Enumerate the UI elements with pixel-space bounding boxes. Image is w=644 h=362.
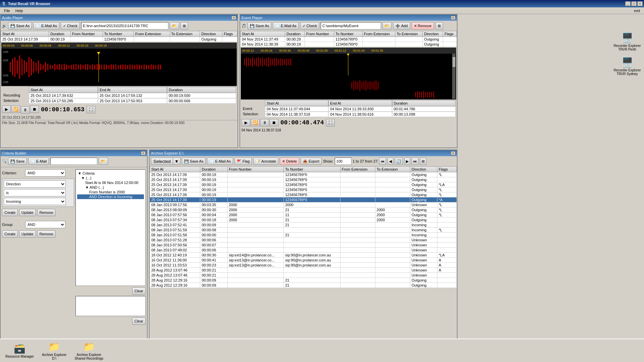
criteria-builder-close[interactable]: ×	[141, 151, 146, 155]
refresh-btn[interactable]: 🔄	[395, 158, 403, 165]
operator-dropdown[interactable]: is is not contains	[4, 189, 66, 196]
cb-save-btn[interactable]: 💾 Save	[8, 158, 27, 165]
ae-table-row[interactable]: 28 Aug 2012 12:29:1600:00:0921Outgoing	[150, 278, 457, 283]
group-dropdown[interactable]: AND OR	[25, 221, 65, 228]
ae-table-row[interactable]: 08 Jan 2013 07:51:2800:00:06Unknown	[150, 238, 457, 243]
ae-table-row[interactable]: 08 Jan 2013 07:57:3400:00:182000212000Ou…	[150, 218, 457, 223]
ae-table-row[interactable]: 08 Jan 2013 08:00:0900:00:302000212000Ou…	[150, 207, 457, 213]
minimize-btn[interactable]: _	[625, 1, 631, 6]
menu-file[interactable]: File	[1, 8, 13, 13]
next-page-btn[interactable]: ▶	[404, 158, 410, 165]
play-btn[interactable]: ▶	[2, 106, 11, 113]
maximize-btn[interactable]: □	[631, 1, 637, 6]
audio-waveform-canvas[interactable]: -3dB -6dB -6dB -3dB	[1, 49, 237, 85]
audio-layout-btn[interactable]: ⊞	[180, 22, 188, 29]
recorder-perth-item[interactable]: 🖥️ Recorder Explorer TRVR Perth	[612, 31, 642, 53]
ae-table-row[interactable]: 08 Jan 2013 07:50:5600:00:07Unknown	[150, 243, 457, 248]
ae-table-row[interactable]: 25 Oct 2013 14:17:3900:00:19123456789*0O…	[150, 172, 457, 177]
event-filepath-input[interactable]	[321, 22, 381, 29]
ae-table-row[interactable]: 25 Oct 2013 14:17:3900:00:19123456789*0O…	[150, 182, 457, 187]
audio-save-as-btn[interactable]: 💾 Save As	[8, 22, 32, 29]
cb-browse-btn[interactable]: 📂	[99, 158, 108, 165]
event-remove-btn[interactable]: ✕ Remove	[412, 22, 434, 29]
tree-condition1[interactable]: Start At is 06 Nov 2014 12:00:00	[77, 180, 144, 185]
audio-email-btn[interactable]: ✉️ E-Mail As	[33, 22, 59, 29]
ae-table-row[interactable]: 25 Oct 2013 14:17:3900:00:19123456789*0O…	[150, 192, 457, 197]
update-group-btn[interactable]: Update	[19, 230, 36, 238]
ae-table-row[interactable]: 16 Oct 2012 11:33:5300:00:23sip:ext13@in…	[150, 263, 457, 268]
field-dropdown[interactable]: Direction Start At From Number To Number	[4, 180, 66, 188]
event-browse-btn[interactable]: 📂	[382, 22, 392, 29]
remove-criterion-btn[interactable]: Remove	[37, 209, 56, 216]
ae-table-row[interactable]: 08 Jan 2013 07:51:5800:00:0021Incoming	[150, 233, 457, 238]
first-page-btn[interactable]: ⏮	[379, 158, 386, 165]
title-bar-controls[interactable]: _ □ ×	[625, 1, 643, 6]
event-loop-btn[interactable]: 🔁	[251, 119, 260, 126]
archive-explorer-close[interactable]: ×	[451, 151, 455, 155]
ae-table-row[interactable]: 28 Aug 2012 12:29:1600:00:0921Outgoing	[150, 283, 457, 288]
ae-table-row[interactable]: 08 Jan 2013 07:49:0200:00:06Unknown	[150, 248, 457, 253]
event-add-btn[interactable]: ➕ Add	[393, 22, 410, 29]
clear-bottom-btn[interactable]: Clear	[132, 317, 146, 325]
ae-table-row[interactable]: 08 Jan 2013 07:51:5900:00:08Incoming*L	[150, 228, 457, 233]
event-waveform-canvas[interactable]	[241, 54, 456, 99]
ae-table-row[interactable]: 08 Jan 2013 07:57:5600:00:042000112000Ou…	[150, 213, 457, 218]
event-email-btn[interactable]: ✉️ E-Mail As	[273, 22, 299, 29]
remove-group-btn[interactable]: Remove	[37, 230, 56, 238]
ae-table-row[interactable]: 16 Oct 2012 11:36:0000:00:41sip:ext13@in…	[150, 258, 457, 263]
ae-table-container[interactable]: Start At Duration From Number To Number …	[150, 166, 457, 342]
event-play-btn[interactable]: ▶	[241, 119, 250, 126]
clear-top-btn[interactable]: Clear	[132, 287, 146, 295]
ae-table-row[interactable]: 08 Jan 2013 07:52:4100:00:0921Incoming	[150, 223, 457, 228]
loop-btn[interactable]: 🔁	[11, 106, 20, 113]
event-save-as-btn[interactable]: 💾 Save As	[248, 22, 271, 29]
taskbar-archive-shared[interactable]: 📁 Archive Explorer Shared Recordings	[72, 340, 106, 362]
ae-table-row[interactable]: 25 Oct 2013 14:17:3900:00:19123456789*0O…	[150, 187, 457, 192]
ae-table-row[interactable]: 25 Oct 2013 14:17:3900:00:19123456789*0O…	[150, 197, 457, 202]
taskbar-resource-manager[interactable]: 🗃️ Resource Manager	[3, 342, 37, 360]
cb-name-input[interactable]	[50, 158, 97, 165]
value-dropdown[interactable]: Incoming Outgoing Unknown	[4, 198, 66, 205]
create-group-btn[interactable]: Create	[2, 230, 18, 238]
audio-browse-btn[interactable]: 📂	[170, 22, 179, 29]
event-pause-btn[interactable]: ⏸	[260, 119, 269, 126]
tree-root[interactable]: ▼ Criteria:	[77, 171, 144, 176]
create-criterion-btn[interactable]: Create	[2, 209, 18, 216]
tree-level2[interactable]: ▼ AND (...)	[77, 185, 144, 190]
ae-table-row[interactable]: 08 Jan 2013 09:17:5600:03:3520002000Unkn…	[150, 202, 457, 207]
event-player-close[interactable]: ×	[451, 16, 455, 20]
audio-player-close[interactable]: ×	[231, 16, 236, 20]
show-count-input[interactable]	[335, 158, 352, 165]
ae-save-btn[interactable]: 💾 Save As	[182, 158, 206, 165]
ae-flag-btn[interactable]: 🚩 Flag	[234, 158, 252, 165]
ae-export-btn[interactable]: 📤 Export	[301, 158, 322, 165]
ae-selected-btn[interactable]: Selected	[151, 158, 173, 165]
event-row-1[interactable]: 04 Nov 2014 11:37:49 00:00:29 123456789*…	[240, 37, 457, 42]
menu-help[interactable]: Help	[13, 8, 26, 13]
tree-condition2[interactable]: From Number is 2000	[77, 190, 144, 194]
close-btn[interactable]: ×	[637, 1, 643, 6]
criterion-dropdown[interactable]: AND OR	[25, 169, 65, 177]
ae-delete-btn[interactable]: ✕ Delete	[280, 158, 299, 165]
ae-table-row[interactable]: 18 Oct 2012 12:40:1900:00:30sip:ext14@in…	[150, 253, 457, 258]
ae-dropdown-btn[interactable]: ▼	[173, 158, 180, 165]
event-layout-btn[interactable]: ⊞	[435, 22, 443, 29]
ae-email-btn[interactable]: ✉️ E-Mail As	[207, 158, 233, 165]
tree-level1[interactable]: ▼ (...)	[77, 176, 144, 180]
event-check-btn[interactable]: ✓ Check	[300, 22, 319, 29]
ae-table-row[interactable]: 25 Oct 2013 14:17:3900:00:19123456789*0O…	[150, 177, 457, 182]
taskbar-archive-d[interactable]: 📁 Archive Explorer D:\	[39, 340, 69, 362]
audio-filepath-input[interactable]	[81, 22, 168, 29]
pause-btn[interactable]: ⏸	[21, 106, 30, 114]
audio-check-btn[interactable]: ✓ Check	[61, 22, 80, 29]
ae-table-row[interactable]: 28 Aug 2012 13:07:4600:00:21UnknownA	[150, 268, 457, 273]
fullscreen-btn[interactable]: ⛶	[87, 106, 95, 113]
audio-table-row[interactable]: 25 Oct 2013 14:17:39 00:00:19 123456789*…	[1, 37, 237, 42]
ae-table-row[interactable]: 28 Aug 2012 13:07:4600:00:21Unknown	[150, 273, 457, 278]
tree-condition3[interactable]: AND Direction is Incoming	[77, 194, 144, 199]
event-row-2[interactable]: 04 Nov 2014 11:38:39 00:00:19 123456789*…	[240, 42, 457, 47]
recorder-sydney-item[interactable]: 🖥️ Recorder Explorer TRVR Sydney	[612, 55, 642, 77]
prev-page-btn[interactable]: ◀	[387, 158, 393, 165]
ae-layout-btn[interactable]: ⊞	[420, 158, 426, 165]
last-page-btn[interactable]: ⏭	[412, 158, 419, 165]
